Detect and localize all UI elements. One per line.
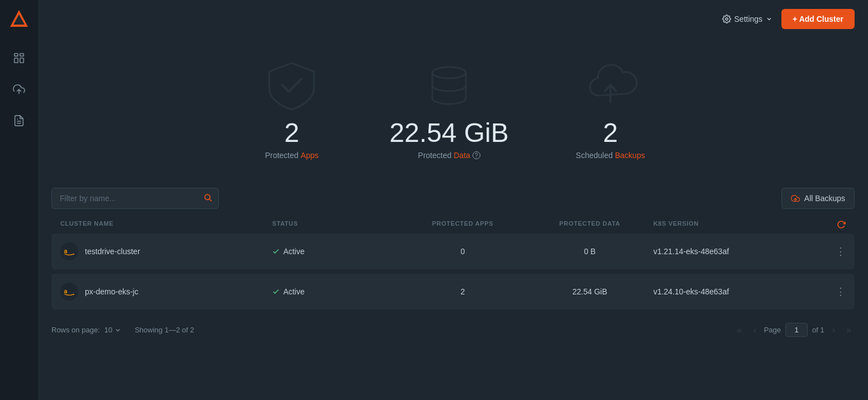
- protected-apps-value: 2: [399, 287, 527, 296]
- chevron-down-icon: [115, 327, 121, 334]
- protected-data-prefix: Protected: [418, 151, 451, 160]
- amazon-logo-icon: a: [60, 283, 78, 301]
- row-actions: ⋮: [812, 285, 846, 298]
- protected-data-accent: Data: [454, 151, 470, 160]
- col-protected-data: Protected Data: [526, 220, 653, 229]
- chevron-down-icon: [766, 16, 772, 22]
- protected-data-number: 22.54 GiB: [389, 120, 508, 146]
- first-page-button[interactable]: «: [733, 324, 745, 336]
- aws-icon: a: [63, 245, 75, 258]
- col-k8s-version: K8s Version: [654, 220, 812, 229]
- svg-rect-3: [20, 54, 23, 56]
- status-text: Active: [283, 247, 304, 256]
- protected-apps-value: 0: [399, 247, 527, 256]
- table-header: Cluster Name Status Protected Apps Prote…: [51, 216, 855, 234]
- pagination-right: « ‹ Page of 1 › »: [733, 323, 855, 337]
- filter-input[interactable]: [51, 188, 219, 209]
- svg-line-13: [209, 199, 212, 202]
- col-status: Status: [272, 220, 399, 229]
- table-row[interactable]: a testdrive-cluster Active 0 0 B v1.21.1…: [51, 234, 855, 269]
- search-icon: [203, 193, 212, 202]
- cluster-name-cell: a px-demo-eks-jc: [60, 283, 272, 301]
- showing-label: Showing 1—2 of 2: [135, 326, 194, 334]
- settings-label: Settings: [735, 15, 763, 23]
- main-content: Settings + Add Cluster 2 Protected Apps: [38, 0, 868, 400]
- database-icon: [424, 60, 474, 111]
- row-menu-button[interactable]: ⋮: [836, 245, 846, 258]
- protected-apps-number: 2: [284, 120, 299, 146]
- scheduled-backups-prefix: Scheduled: [576, 151, 613, 160]
- add-cluster-label: + Add Cluster: [793, 15, 843, 23]
- cluster-name-text: testdrive-cluster: [85, 247, 140, 256]
- status-cell: Active: [272, 287, 399, 296]
- header: Settings + Add Cluster: [38, 0, 868, 38]
- amazon-logo-icon: a: [60, 242, 78, 260]
- refresh-button[interactable]: [837, 220, 846, 229]
- rows-per-page-select[interactable]: 10: [104, 326, 121, 334]
- svg-text:a: a: [64, 248, 68, 254]
- svg-text:a: a: [64, 288, 68, 294]
- shield-icon: [261, 60, 322, 111]
- k8s-version-value: v1.21.14-eks-48e63af: [654, 247, 812, 256]
- settings-button[interactable]: Settings: [722, 15, 773, 23]
- col-refresh: [812, 220, 846, 229]
- refresh-icon: [837, 220, 846, 229]
- cloud-backup-icon: [577, 60, 644, 111]
- settings-icon: [722, 15, 731, 23]
- app-logo[interactable]: [9, 9, 29, 29]
- stat-protected-data: 22.54 GiB Protected Data ?: [389, 60, 508, 160]
- k8s-version-value: v1.24.10-eks-48e63af: [654, 287, 812, 296]
- rows-on-page-label: Rows on page:: [51, 326, 100, 334]
- protected-apps-prefix: Protected: [265, 151, 298, 160]
- all-backups-button[interactable]: All Backups: [781, 188, 855, 209]
- page-number-input[interactable]: [785, 323, 808, 337]
- status-text: Active: [283, 287, 304, 296]
- svg-point-9: [726, 18, 728, 20]
- protected-data-value: 0 B: [526, 247, 653, 256]
- cloud-backup-icon-wrap: [580, 60, 641, 111]
- sidebar-item-files[interactable]: [10, 112, 28, 130]
- svg-rect-4: [15, 58, 18, 63]
- status-cell: Active: [272, 247, 399, 256]
- shield-icon-wrap: [261, 60, 322, 111]
- pagination-row: Rows on page: 10 Showing 1—2 of 2 « ‹ Pa…: [38, 314, 868, 337]
- cluster-name-cell: a testdrive-cluster: [60, 242, 272, 260]
- scheduled-backups-label: Scheduled Backups: [576, 151, 645, 160]
- last-page-button[interactable]: »: [843, 324, 855, 336]
- sidebar-item-cloud[interactable]: [10, 80, 28, 98]
- next-page-button[interactable]: ›: [829, 324, 838, 336]
- database-icon-wrap: [418, 60, 480, 111]
- prev-page-button[interactable]: ‹: [750, 324, 759, 336]
- active-check-icon: [272, 288, 280, 296]
- all-backups-label: All Backups: [804, 194, 845, 203]
- col-protected-apps: Protected Apps: [399, 220, 527, 229]
- clusters-table: Cluster Name Status Protected Apps Prote…: [38, 216, 868, 314]
- svg-rect-5: [20, 58, 23, 63]
- rows-per-page-value: 10: [104, 326, 112, 334]
- protected-data-label: Protected Data ?: [418, 151, 480, 160]
- protected-data-info-icon[interactable]: ?: [473, 151, 480, 159]
- sidebar: [0, 0, 38, 400]
- stat-protected-apps: 2 Protected Apps: [261, 60, 322, 160]
- page-label: Page: [764, 326, 781, 334]
- svg-rect-2: [15, 54, 18, 56]
- active-check-icon: [272, 247, 280, 255]
- col-cluster-name: Cluster Name: [60, 220, 272, 229]
- stat-scheduled-backups: 2 Scheduled Backups: [576, 60, 645, 160]
- search-button[interactable]: [203, 193, 212, 204]
- protected-apps-accent: Apps: [301, 151, 318, 160]
- svg-point-10: [432, 67, 466, 78]
- table-row[interactable]: a px-demo-eks-jc Active 2 22.54 GiB v1.2…: [51, 274, 855, 309]
- aws-icon: a: [63, 285, 75, 298]
- filter-input-wrap: [51, 188, 219, 209]
- add-cluster-button[interactable]: + Add Cluster: [781, 9, 855, 29]
- protected-apps-label: Protected Apps: [265, 151, 318, 160]
- cluster-name-text: px-demo-eks-jc: [85, 287, 139, 296]
- scheduled-backups-accent: Backups: [615, 151, 645, 160]
- row-actions: ⋮: [812, 245, 846, 258]
- pagination-left: Rows on page: 10 Showing 1—2 of 2: [51, 326, 194, 334]
- filter-row: All Backups: [38, 188, 868, 216]
- cloud-icon: [791, 194, 800, 203]
- sidebar-item-dashboard[interactable]: [10, 49, 28, 67]
- row-menu-button[interactable]: ⋮: [836, 285, 846, 298]
